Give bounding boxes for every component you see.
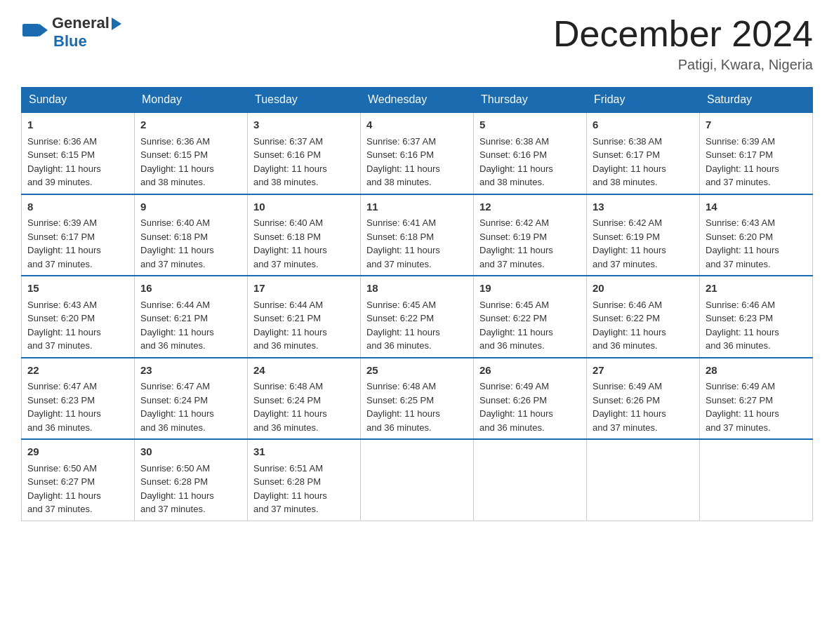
day-number: 4 [366,117,468,133]
day-number: 11 [366,199,468,215]
table-row [700,439,813,521]
sunrise-info: Sunrise: 6:44 AM [140,300,210,310]
day-number: 14 [706,199,807,215]
sunrise-info: Sunrise: 6:38 AM [593,136,662,147]
sunrise-info: Sunrise: 6:43 AM [27,300,97,310]
daylight-minutes-info: and 36 minutes. [27,422,93,433]
daylight-minutes-info: and 36 minutes. [593,340,658,351]
sunrise-info: Sunrise: 6:41 AM [366,217,436,228]
logo-icon [21,18,49,46]
sunrise-info: Sunrise: 6:36 AM [27,136,97,147]
sunset-info: Sunset: 6:17 PM [593,149,660,160]
sunrise-info: Sunrise: 6:39 AM [27,217,97,228]
table-row: 2 Sunrise: 6:36 AM Sunset: 6:15 PM Dayli… [135,112,248,194]
daylight-minutes-info: and 37 minutes. [479,259,545,269]
daylight-info: Daylight: 11 hours [593,245,666,255]
day-number: 19 [479,281,581,297]
day-number: 31 [253,444,355,460]
sunrise-info: Sunrise: 6:42 AM [593,217,662,228]
daylight-minutes-info: and 36 minutes. [479,422,545,433]
daylight-info: Daylight: 11 hours [253,408,327,419]
calendar-week-row: 22 Sunrise: 6:47 AM Sunset: 6:23 PM Dayl… [22,358,813,440]
calendar-week-row: 29 Sunrise: 6:50 AM Sunset: 6:27 PM Dayl… [22,439,813,521]
logo-triangle-icon [112,18,121,30]
sunset-info: Sunset: 6:26 PM [479,395,547,405]
page-header: General Blue December 2024 Patigi, Kwara… [21,14,813,73]
logo: General Blue [21,14,121,51]
daylight-minutes-info: and 36 minutes. [479,340,545,351]
table-row: 10 Sunrise: 6:40 AM Sunset: 6:18 PM Dayl… [248,194,361,276]
daylight-minutes-info: and 37 minutes. [366,259,432,269]
sunset-info: Sunset: 6:19 PM [479,232,547,242]
sunset-info: Sunset: 6:15 PM [140,149,208,160]
daylight-info: Daylight: 11 hours [366,245,440,255]
table-row: 1 Sunrise: 6:36 AM Sunset: 6:15 PM Dayli… [22,112,135,194]
sunrise-info: Sunrise: 6:44 AM [253,300,323,310]
daylight-info: Daylight: 11 hours [253,490,327,501]
month-title: December 2024 [553,14,813,54]
sunset-info: Sunset: 6:23 PM [706,313,773,323]
daylight-minutes-info: and 37 minutes. [140,259,206,269]
daylight-minutes-info: and 38 minutes. [140,177,206,187]
daylight-minutes-info: and 37 minutes. [27,340,93,351]
daylight-minutes-info: and 37 minutes. [593,422,658,433]
daylight-minutes-info: and 36 minutes. [140,422,206,433]
sunset-info: Sunset: 6:23 PM [27,395,95,405]
sunrise-info: Sunrise: 6:45 AM [479,300,549,310]
table-row: 13 Sunrise: 6:42 AM Sunset: 6:19 PM Dayl… [587,194,700,276]
sunset-info: Sunset: 6:18 PM [253,232,321,242]
table-row: 30 Sunrise: 6:50 AM Sunset: 6:28 PM Dayl… [135,439,248,521]
table-row: 23 Sunrise: 6:47 AM Sunset: 6:24 PM Dayl… [135,358,248,440]
sunrise-info: Sunrise: 6:43 AM [706,217,775,228]
day-number: 30 [140,444,241,460]
table-row [474,439,587,521]
table-row [587,439,700,521]
sunrise-info: Sunrise: 6:42 AM [479,217,549,228]
table-row: 19 Sunrise: 6:45 AM Sunset: 6:22 PM Dayl… [474,276,587,358]
daylight-minutes-info: and 37 minutes. [706,177,771,187]
calendar-week-row: 1 Sunrise: 6:36 AM Sunset: 6:15 PM Dayli… [22,112,813,194]
sunrise-info: Sunrise: 6:48 AM [253,381,323,391]
sunrise-info: Sunrise: 6:50 AM [27,463,97,474]
sunrise-info: Sunrise: 6:51 AM [253,463,323,474]
sunrise-info: Sunrise: 6:40 AM [253,217,323,228]
daylight-info: Daylight: 11 hours [706,245,779,255]
daylight-minutes-info: and 37 minutes. [27,259,93,269]
sunset-info: Sunset: 6:27 PM [27,476,95,487]
sunset-info: Sunset: 6:18 PM [140,232,208,242]
table-row: 3 Sunrise: 6:37 AM Sunset: 6:16 PM Dayli… [248,112,361,194]
day-number: 24 [253,363,355,379]
logo-general: General [52,14,110,32]
daylight-minutes-info: and 37 minutes. [706,422,771,433]
sunset-info: Sunset: 6:17 PM [706,149,773,160]
daylight-minutes-info: and 36 minutes. [140,340,206,351]
table-row: 15 Sunrise: 6:43 AM Sunset: 6:20 PM Dayl… [22,276,135,358]
table-row: 31 Sunrise: 6:51 AM Sunset: 6:28 PM Dayl… [248,439,361,521]
daylight-minutes-info: and 38 minutes. [479,177,545,187]
table-row: 16 Sunrise: 6:44 AM Sunset: 6:21 PM Dayl… [135,276,248,358]
sunset-info: Sunset: 6:28 PM [140,476,208,487]
day-number: 22 [27,363,128,379]
daylight-info: Daylight: 11 hours [366,163,440,174]
table-row: 17 Sunrise: 6:44 AM Sunset: 6:21 PM Dayl… [248,276,361,358]
day-number: 29 [27,444,128,460]
daylight-info: Daylight: 11 hours [479,245,553,255]
daylight-minutes-info: and 37 minutes. [593,259,658,269]
sunset-info: Sunset: 6:15 PM [27,149,95,160]
sunset-info: Sunset: 6:21 PM [140,313,208,323]
day-number: 17 [253,281,355,297]
day-number: 10 [253,199,355,215]
table-row: 22 Sunrise: 6:47 AM Sunset: 6:23 PM Dayl… [22,358,135,440]
sunset-info: Sunset: 6:24 PM [140,395,208,405]
sunset-info: Sunset: 6:19 PM [593,232,660,242]
sunset-info: Sunset: 6:21 PM [253,313,321,323]
day-number: 6 [593,117,694,133]
sunrise-info: Sunrise: 6:45 AM [366,300,436,310]
daylight-minutes-info: and 36 minutes. [253,422,319,433]
sunrise-info: Sunrise: 6:49 AM [706,381,775,391]
day-number: 16 [140,281,241,297]
daylight-info: Daylight: 11 hours [706,327,779,337]
sunset-info: Sunset: 6:28 PM [253,476,321,487]
sunrise-info: Sunrise: 6:49 AM [479,381,549,391]
sunset-info: Sunset: 6:16 PM [479,149,547,160]
